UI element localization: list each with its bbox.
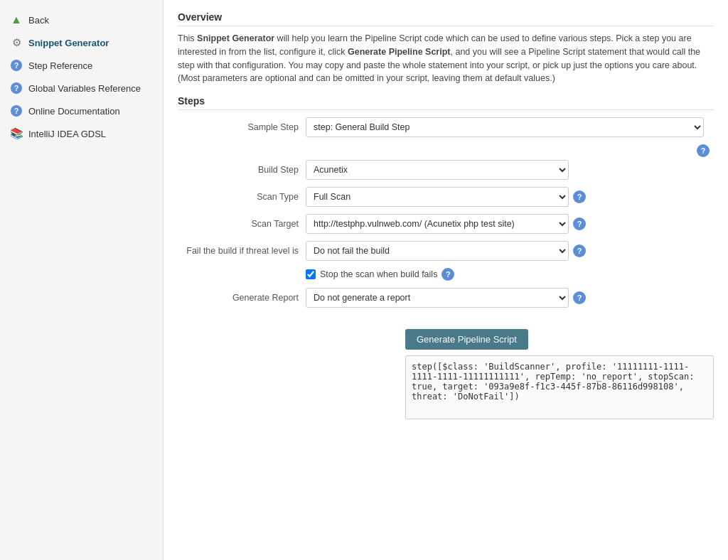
sidebar-item-online-label: Online Documentation — [28, 106, 120, 117]
sidebar-item-back[interactable]: ▲ Back — [0, 9, 163, 31]
main-content: Overview This Snippet Generator will hel… — [164, 0, 728, 560]
scan-type-select[interactable]: Full Scan — [306, 187, 569, 207]
fail-build-help-button[interactable]: ? — [573, 244, 586, 257]
stop-scan-text: Stop the scan when build fails — [320, 269, 437, 279]
generate-pipeline-script-button[interactable]: Generate Pipeline Script — [405, 329, 528, 350]
stop-scan-checkbox[interactable] — [306, 269, 316, 279]
sidebar-item-back-label: Back — [28, 15, 49, 26]
generate-report-wrapper: Do not generate a report ? — [306, 288, 714, 308]
fail-build-label: Fail the build if threat level is — [178, 246, 306, 256]
scan-target-row: Scan Target http://testphp.vulnweb.com/ … — [178, 214, 714, 234]
scan-type-label: Scan Type — [178, 192, 306, 202]
sidebar-item-snippet-label: Snippet Generator — [28, 38, 109, 48]
sidebar-item-global-variables[interactable]: ? Global Variables Reference — [0, 77, 163, 99]
scan-target-wrapper: http://testphp.vulnweb.com/ (Acunetix ph… — [306, 214, 714, 234]
sample-step-select[interactable]: step: General Build Step — [306, 117, 704, 137]
help-button-top[interactable]: ? — [697, 144, 710, 157]
stop-scan-help-button[interactable]: ? — [441, 268, 454, 281]
gear-icon: ⚙ — [10, 36, 23, 49]
build-step-label: Build Step — [178, 165, 306, 175]
fail-build-select[interactable]: Do not fail the build — [306, 241, 569, 261]
script-output[interactable]: step([$class: 'BuildScanner', profile: '… — [405, 355, 714, 419]
fail-build-wrapper: Do not fail the build ? — [306, 241, 714, 261]
scan-type-row: Scan Type Full Scan ? — [178, 187, 714, 207]
stop-scan-label[interactable]: Stop the scan when build fails — [306, 269, 437, 279]
sidebar-item-intellij[interactable]: 📚 IntelliJ IDEA GDSL — [0, 122, 163, 145]
generate-report-help-button[interactable]: ? — [573, 291, 586, 304]
build-step-row: Build Step Acunetix — [178, 160, 714, 180]
sidebar-item-intellij-label: IntelliJ IDEA GDSL — [28, 129, 106, 139]
scan-target-label: Scan Target — [178, 219, 306, 229]
scan-type-help-button[interactable]: ? — [573, 190, 586, 203]
fail-build-row: Fail the build if threat level is Do not… — [178, 241, 714, 261]
question-icon-2: ? — [10, 82, 23, 95]
question-icon-1: ? — [10, 59, 23, 72]
sidebar-item-step-reference[interactable]: ? Step Reference — [0, 54, 163, 77]
generate-report-select[interactable]: Do not generate a report — [306, 288, 569, 308]
sidebar-item-snippet-generator[interactable]: ⚙ Snippet Generator — [0, 31, 163, 54]
stop-scan-row: Stop the scan when build fails ? — [178, 268, 714, 281]
scan-type-wrapper: Full Scan ? — [306, 187, 714, 207]
overview-text: This Snippet Generator will help you lea… — [178, 32, 714, 85]
help-float: ? — [178, 144, 714, 157]
sidebar-item-global-label: Global Variables Reference — [28, 83, 141, 94]
sample-step-label: Sample Step — [178, 122, 306, 132]
scan-target-select[interactable]: http://testphp.vulnweb.com/ (Acunetix ph… — [306, 214, 569, 234]
snippet-generator-bold: Snippet Generator — [197, 33, 274, 43]
sample-step-row: Sample Step step: General Build Step — [178, 117, 714, 137]
scan-target-help-button[interactable]: ? — [573, 217, 586, 230]
back-icon: ▲ — [10, 14, 23, 26]
sidebar-item-step-label: Step Reference — [28, 60, 92, 71]
sidebar: ▲ Back ⚙ Snippet Generator ? Step Refere… — [0, 0, 164, 560]
steps-title: Steps — [178, 95, 714, 110]
generate-report-row: Generate Report Do not generate a report… — [178, 288, 714, 308]
generate-pipeline-bold: Generate Pipeline Script — [348, 47, 451, 57]
build-step-select[interactable]: Acunetix — [306, 160, 569, 180]
question-icon-3: ? — [10, 104, 23, 117]
build-step-wrapper: Acunetix — [306, 160, 714, 180]
stop-scan-wrapper: Stop the scan when build fails ? — [306, 268, 714, 281]
sample-step-wrapper: step: General Build Step — [306, 117, 714, 137]
book-icon: 📚 — [10, 127, 23, 140]
generate-section: Generate Pipeline Script step([$class: '… — [178, 329, 714, 421]
sidebar-item-online-docs[interactable]: ? Online Documentation — [0, 99, 163, 122]
overview-title: Overview — [178, 11, 714, 26]
generate-report-label: Generate Report — [178, 293, 306, 303]
